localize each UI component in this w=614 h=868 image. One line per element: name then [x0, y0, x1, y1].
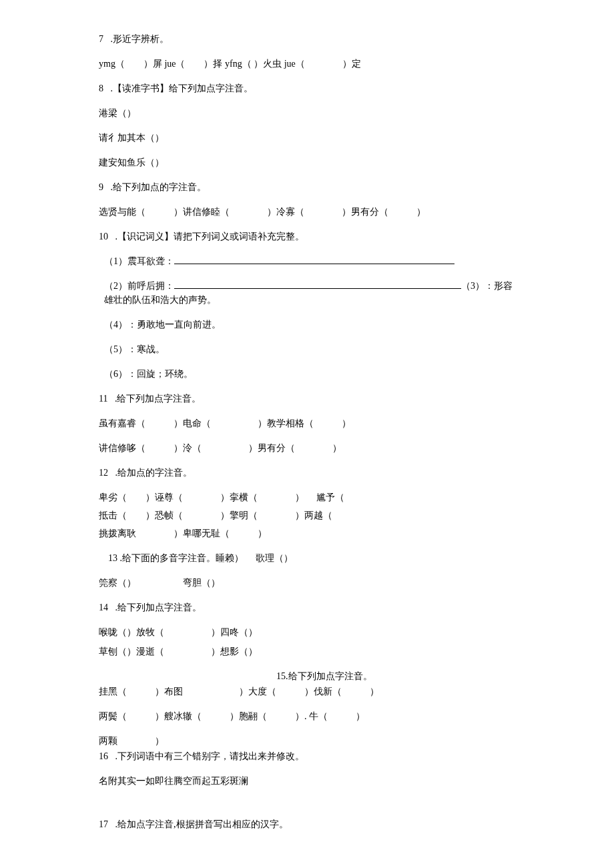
q11-l2: 讲信修哆（ ）泠（ ）男有分（ ） [99, 441, 514, 455]
q15-title: 15.给下列加点字注音。 [99, 669, 514, 683]
q9-title: 9 .给下列加点的字注音。 [99, 180, 514, 194]
q10-i5: （5）：寒战。 [104, 342, 514, 356]
q13-title: 13 .给下面的多音字注音。睡赖） 歌理（） [99, 551, 514, 565]
q12-l2: 抵击（ ）恐帧（ ）擎明（ ）两越（ [99, 508, 514, 522]
q11-title: 11 .给下列加点字注音。 [99, 392, 514, 406]
q14-l1: 喉咙（）放牧（ ）四咚（） [99, 625, 514, 639]
q14-title: 14 .给下列加点字注音。 [99, 600, 514, 614]
q10-i1: （1）震耳欲聋： [104, 254, 514, 268]
q12-title: 12 .给加点的字注音。 [99, 466, 514, 480]
q8-l3: 建安知鱼乐（） [99, 155, 514, 169]
q8-l2: 请彳加其本（） [99, 131, 514, 145]
q12-l1: 卑劣（ ）诬尊（ ）挛横（ ） 尴予（ [99, 490, 514, 504]
q7-title: 7 .形近字辨析。 [99, 32, 514, 46]
q10-i4: （4）：勇敢地一直向前进。 [104, 318, 514, 332]
q10-i6: （6）：回旋；环绕。 [104, 367, 514, 381]
q9-l1: 选贤与能（ ）讲信修睦（ ）冷寡（ ）男有分（ ） [99, 205, 514, 219]
q16-l1: 名附其实一如即往腾空而起五彩斑澜 [99, 774, 514, 788]
q17-title: 17 .给加点字注音,根据拼音写出相应的汉字。 [99, 817, 514, 831]
q15-l2: 挂黑（ ）布图 ）大度（ ）伐新（ ） [99, 685, 514, 699]
q15-l4: 两颗 ） [99, 734, 514, 748]
q8-l1: 港梁（） [99, 106, 514, 120]
q16-title: 16 .下列词语中有三个错别字，请找出来并修改。 [99, 749, 514, 763]
q14-l2: 草刨（）漫逝（ ）想影（） [99, 644, 514, 659]
blank-line-1[interactable] [174, 254, 454, 264]
q10-title: 10 .【识记词义】请把下列词义或词语补充完整。 [99, 230, 514, 244]
q15-l3: 两鬓（ ）艘冰辙（ ）胞翮（ ）. 牛（ ） [99, 709, 514, 723]
q12-l3: 挑拨离耿 ）卑哪无耻（ ） [99, 526, 514, 540]
q13-l1: 筦察（） 弯胆（） [99, 576, 514, 590]
q10-i2: （2）前呼后拥：（3）：形容雄壮的队伍和浩大的声势。 [104, 279, 514, 307]
q11-l1: 虽有嘉睿（ ）电命（ ）教学相格（ ） [99, 416, 514, 430]
q8-title: 8 .【读准字书】给下列加点字注音。 [99, 81, 514, 95]
q7-body: ymg（ ）屏 jue（ ）择 yfng（ ）火虫 jue（ ）定 [99, 57, 514, 71]
blank-line-2[interactable] [174, 279, 461, 289]
